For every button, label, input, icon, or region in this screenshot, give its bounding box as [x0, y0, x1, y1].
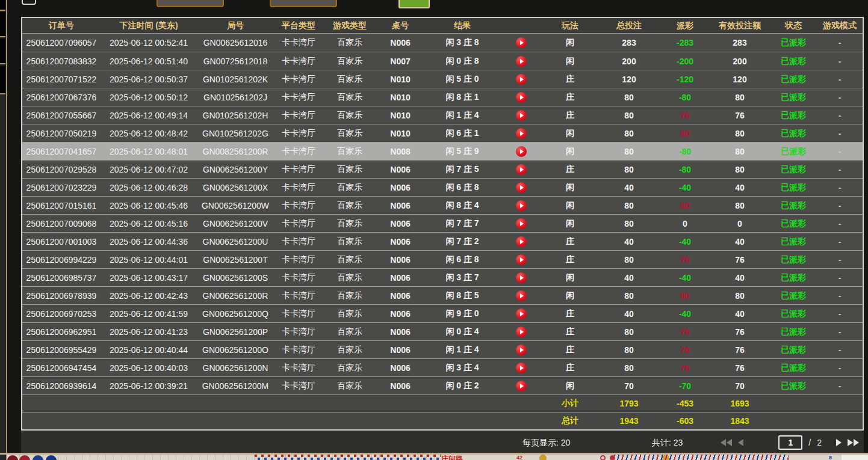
table-row[interactable]: 2506120070151612025-06-12 00:45:46GN0062… — [22, 196, 863, 214]
background-roadmap-strip: 庄问路 42 8 — [7, 455, 868, 460]
cell-table-no: N006 — [376, 377, 424, 394]
replay-video-icon[interactable] — [516, 164, 527, 175]
total-count-label: 共计: 23 — [652, 438, 683, 449]
replay-video-icon[interactable] — [516, 272, 527, 283]
cell-game-type: 百家乐 — [323, 341, 376, 358]
cell-time: 2025-06-12 00:45:16 — [101, 215, 197, 232]
replay-video-icon[interactable] — [516, 146, 527, 157]
table-row[interactable]: 2506120070673762025-06-12 00:50:12GN0102… — [22, 88, 863, 106]
table-row[interactable]: 2506120070295282025-06-12 00:47:02GN0062… — [22, 160, 863, 178]
table-header-row: 订单号 下注时间 (美东) 局号 平台类型 游戏类型 桌号 结果 玩法 总投注 … — [22, 18, 863, 34]
replay-video-icon[interactable] — [516, 363, 527, 373]
table-row[interactable]: 2506120070232292025-06-12 00:46:28GN0062… — [22, 178, 863, 196]
cell-mode: - — [817, 88, 863, 106]
replay-video-icon[interactable] — [516, 345, 527, 355]
toolbar-button-fragment[interactable] — [22, 0, 36, 5]
cell-status: 已派彩 — [770, 323, 817, 340]
replay-video-icon[interactable] — [516, 254, 527, 265]
table-row[interactable]: 2506120069942292025-06-12 00:44:01GN0062… — [22, 250, 863, 268]
table-row[interactable]: 2506120070010032025-06-12 00:44:36GN0062… — [22, 232, 863, 250]
replay-video-icon[interactable] — [516, 56, 527, 67]
per-page-label: 每页显示: 20 — [522, 438, 570, 449]
cell-mode: - — [817, 143, 863, 160]
table-row[interactable]: 2506120069789392025-06-12 00:42:43GN0062… — [22, 286, 863, 304]
date-select-fragment[interactable] — [157, 0, 224, 7]
replay-cell — [500, 323, 542, 340]
cell-mode: - — [817, 215, 863, 232]
first-page-button[interactable] — [721, 439, 732, 446]
filter-select-fragment[interactable] — [270, 0, 337, 7]
replay-cell — [500, 179, 542, 196]
cell-platform: 卡卡湾厅 — [274, 251, 323, 268]
table-row[interactable]: 2506120069702532025-06-12 00:41:59GN0062… — [22, 304, 863, 322]
total-pages-label: 2 — [817, 438, 822, 447]
table-row[interactable]: 2506120070556672025-06-12 00:49:14GN0102… — [22, 106, 863, 124]
rail-cell — [0, 12, 5, 37]
cell-round: GN00625612016 — [197, 34, 274, 52]
cell-payout: 80 — [660, 197, 710, 214]
table-row-selected[interactable]: 2506120070416572025-06-12 00:48:01GN0082… — [22, 142, 863, 160]
cell-play-type: 庄 — [542, 323, 598, 340]
table-row[interactable]: 2506120069629512025-06-12 00:41:23GN0062… — [22, 322, 863, 340]
replay-video-icon[interactable] — [516, 290, 527, 301]
column-header-order-no: 订单号 — [22, 18, 101, 33]
replay-video-icon[interactable] — [516, 200, 527, 211]
cell-mode: - — [817, 52, 863, 70]
table-row[interactable]: 2506120069474542025-06-12 00:40:03GN0062… — [22, 358, 863, 376]
cell-valid-bet: 40 — [710, 305, 770, 322]
replay-video-icon[interactable] — [516, 182, 527, 193]
cell-table-no: N006 — [376, 161, 424, 178]
last-page-button[interactable] — [848, 439, 859, 446]
play-triangle-icon — [520, 59, 524, 64]
cell-game-type: 百家乐 — [323, 179, 376, 196]
replay-video-icon[interactable] — [516, 308, 527, 319]
replay-video-icon[interactable] — [516, 236, 527, 247]
screen: 订单号 下注时间 (美东) 局号 平台类型 游戏类型 桌号 结果 玩法 总投注 … — [0, 0, 868, 460]
replay-video-icon[interactable] — [516, 381, 527, 391]
cell-time: 2025-06-12 00:40:03 — [101, 359, 197, 376]
table-row[interactable]: 2506120070502192025-06-12 00:48:42GN0102… — [22, 124, 863, 142]
table-row[interactable]: 2506120070960572025-06-12 00:52:41GN0062… — [22, 34, 863, 52]
cell-game-type: 百家乐 — [323, 359, 376, 376]
cell-game-type: 百家乐 — [323, 377, 376, 394]
search-button[interactable] — [398, 0, 430, 8]
cell-mode: - — [817, 233, 863, 250]
cell-result: 闲 5 庄 0 — [424, 70, 500, 88]
replay-video-icon[interactable] — [516, 128, 527, 139]
replay-video-icon[interactable] — [516, 110, 527, 121]
cell-mode: - — [817, 70, 863, 88]
background-number: 8 — [829, 455, 832, 460]
replay-video-icon[interactable] — [516, 74, 527, 85]
replay-video-icon[interactable] — [516, 327, 527, 337]
replay-video-icon[interactable] — [516, 218, 527, 229]
cell-time: 2025-06-12 00:46:28 — [101, 179, 197, 196]
cell-time: 2025-06-12 00:51:40 — [101, 52, 197, 70]
cell-table-no: N010 — [376, 106, 424, 124]
column-header-valid-bet: 有效投注额 — [710, 18, 770, 33]
table-row[interactable]: 2506120070090682025-06-12 00:45:16GN0062… — [22, 214, 863, 232]
table-row[interactable]: 2506120069857372025-06-12 00:43:17GN0062… — [22, 268, 863, 286]
cell-order: 250612007009068 — [22, 215, 101, 232]
table-row[interactable]: 2506120069396142025-06-12 00:39:21GN0062… — [22, 376, 863, 394]
table-row[interactable]: 2506120069554292025-06-12 00:40:44GN0062… — [22, 340, 863, 358]
column-header-payout: 派彩 — [660, 18, 710, 33]
replay-video-icon[interactable] — [516, 92, 527, 103]
prev-page-button[interactable] — [738, 439, 743, 446]
cell-total-bet: 40 — [598, 269, 660, 286]
cell-order: 250612007015161 — [22, 197, 101, 214]
table-row[interactable]: 2506120070838322025-06-12 00:51:40GN0072… — [22, 52, 863, 70]
cell-total-bet: 283 — [598, 34, 660, 52]
replay-video-icon[interactable] — [516, 37, 527, 48]
cell-order: 250612006962951 — [22, 323, 101, 340]
current-page-input[interactable]: 1 — [778, 435, 802, 450]
cell-order: 250612007067376 — [22, 88, 101, 106]
table-row[interactable]: 2506120070715222025-06-12 00:50:37GN0102… — [22, 70, 863, 88]
roadmap-dots — [254, 455, 441, 460]
replay-cell — [500, 161, 542, 178]
play-triangle-icon — [520, 40, 524, 45]
cell-game-type: 百家乐 — [323, 124, 376, 142]
cell-time: 2025-06-12 00:48:01 — [101, 143, 197, 160]
next-page-button[interactable] — [836, 439, 842, 446]
cell-valid-bet: 80 — [710, 143, 770, 160]
cell-play-type: 庄 — [542, 106, 598, 124]
